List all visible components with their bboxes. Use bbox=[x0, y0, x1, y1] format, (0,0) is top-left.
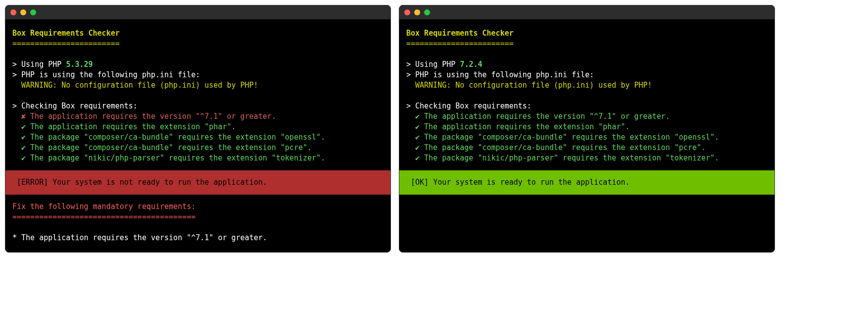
php-version: 7.2.4 bbox=[460, 60, 482, 69]
check-item: ✘ The application requires the version "… bbox=[12, 111, 384, 122]
using-php-line: > Using PHP 7.2.4 bbox=[406, 59, 768, 70]
terminal-window-right: Box Requirements Checker ===============… bbox=[399, 5, 775, 253]
status-ok-banner: [OK] Your system is ready to run the app… bbox=[399, 170, 774, 195]
close-icon[interactable] bbox=[10, 9, 16, 15]
checking-label: Checking Box requirements: bbox=[415, 102, 531, 110]
check-text: The package "composer/ca-bundle" require… bbox=[420, 133, 719, 142]
check-text: The package "composer/ca-bundle" require… bbox=[26, 143, 312, 152]
php-ini-text: PHP is using the following php.ini file: bbox=[415, 70, 594, 79]
warning-line: WARNING: No configuration file (php.ini)… bbox=[12, 80, 384, 91]
check-text: The package "composer/ca-bundle" require… bbox=[26, 133, 325, 142]
titlebar bbox=[5, 5, 390, 19]
check-text: The package "nikic/php-parser" requires … bbox=[420, 154, 719, 162]
status-label: [OK] bbox=[411, 178, 429, 187]
maximize-icon[interactable] bbox=[30, 9, 36, 15]
checks-list: ✘ The application requires the version "… bbox=[12, 111, 384, 163]
status-text: Your system is not ready to run the appl… bbox=[52, 178, 267, 187]
check-icon: ✔ bbox=[415, 122, 420, 131]
cross-icon: ✘ bbox=[21, 112, 26, 121]
app-title: Box Requirements Checker bbox=[406, 28, 768, 39]
terminal-body-left: Box Requirements Checker ===============… bbox=[5, 19, 390, 252]
maximize-icon[interactable] bbox=[424, 9, 430, 15]
check-text: The package "nikic/php-parser" requires … bbox=[26, 154, 325, 162]
check-text: The application requires the version "^7… bbox=[26, 112, 276, 121]
minimize-icon[interactable] bbox=[20, 9, 26, 15]
check-icon: ✔ bbox=[21, 133, 26, 142]
prompt-symbol: > bbox=[406, 60, 411, 69]
fix-item: * The application requires the version "… bbox=[12, 233, 384, 243]
prompt-symbol: > bbox=[12, 70, 17, 79]
status-label: [ERROR] bbox=[17, 178, 48, 187]
check-item: ✔ The package "nikic/php-parser" require… bbox=[12, 153, 384, 163]
title-underline: ======================== bbox=[12, 39, 384, 49]
checking-line: > Checking Box requirements: bbox=[406, 101, 768, 111]
check-icon: ✔ bbox=[415, 133, 420, 142]
titlebar bbox=[399, 5, 774, 19]
php-ini-text: PHP is using the following php.ini file: bbox=[21, 70, 200, 79]
using-php-label: Using PHP bbox=[415, 60, 455, 69]
check-icon: ✔ bbox=[21, 143, 26, 152]
terminal-body-right: Box Requirements Checker ===============… bbox=[399, 19, 774, 210]
check-text: The package "composer/ca-bundle" require… bbox=[420, 143, 706, 152]
check-item: ✔ The package "composer/ca-bundle" requi… bbox=[12, 132, 384, 143]
title-underline: ======================== bbox=[406, 39, 768, 49]
check-item: ✔ The package "composer/ca-bundle" requi… bbox=[12, 143, 384, 153]
fix-header: Fix the following mandatory requirements… bbox=[12, 202, 384, 212]
minimize-icon[interactable] bbox=[414, 9, 420, 15]
php-version: 5.3.29 bbox=[66, 60, 93, 69]
prompt-symbol: > bbox=[12, 102, 17, 110]
terminal-window-left: Box Requirements Checker ===============… bbox=[5, 5, 391, 253]
using-php-line: > Using PHP 5.3.29 bbox=[12, 59, 384, 70]
check-icon: ✔ bbox=[21, 122, 26, 131]
check-text: The application requires the extension "… bbox=[420, 122, 629, 131]
php-ini-line: > PHP is using the following php.ini fil… bbox=[406, 70, 768, 80]
checking-label: Checking Box requirements: bbox=[21, 102, 138, 110]
fix-items-list: * The application requires the version "… bbox=[12, 233, 384, 243]
check-item: ✔ The package "composer/ca-bundle" requi… bbox=[406, 143, 768, 153]
php-ini-line: > PHP is using the following php.ini fil… bbox=[12, 70, 384, 80]
app-title: Box Requirements Checker bbox=[12, 28, 384, 39]
using-php-label: Using PHP bbox=[21, 60, 61, 69]
checking-line: > Checking Box requirements: bbox=[12, 101, 384, 111]
check-icon: ✔ bbox=[21, 154, 26, 162]
prompt-symbol: > bbox=[406, 70, 411, 79]
check-item: ✔ The package "composer/ca-bundle" requi… bbox=[406, 132, 768, 143]
warning-line: WARNING: No configuration file (php.ini)… bbox=[406, 80, 768, 91]
check-icon: ✔ bbox=[415, 154, 420, 162]
check-icon: ✔ bbox=[415, 112, 420, 121]
check-item: ✔ The application requires the version "… bbox=[406, 111, 768, 122]
check-item: ✔ The package "nikic/php-parser" require… bbox=[406, 153, 768, 163]
status-error-banner: [ERROR] Your system is not ready to run … bbox=[5, 170, 390, 195]
check-item: ✔ The application requires the extension… bbox=[406, 122, 768, 132]
prompt-symbol: > bbox=[12, 60, 17, 69]
fix-underline: ========================================… bbox=[12, 212, 384, 222]
check-text: The application requires the version "^7… bbox=[420, 112, 670, 121]
check-icon: ✔ bbox=[415, 143, 420, 152]
checks-list: ✔ The application requires the version "… bbox=[406, 111, 768, 163]
check-text: The application requires the extension "… bbox=[26, 122, 236, 131]
close-icon[interactable] bbox=[404, 9, 410, 15]
status-text: Your system is ready to run the applicat… bbox=[433, 178, 629, 187]
prompt-symbol: > bbox=[406, 102, 411, 110]
check-item: ✔ The application requires the extension… bbox=[12, 122, 384, 132]
